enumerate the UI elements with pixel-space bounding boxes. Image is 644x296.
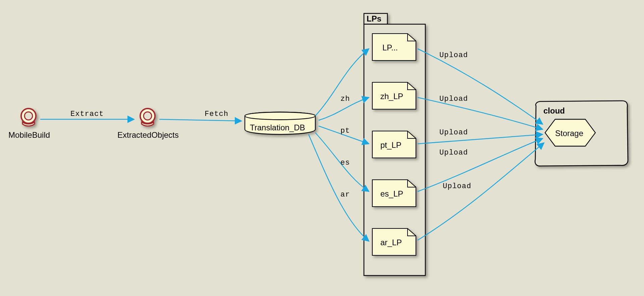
edge-fetch-label: Fetch	[205, 110, 228, 118]
mobile-build-label: MobileBuild	[8, 130, 50, 139]
edge-upload1-label: Upload	[439, 95, 468, 103]
ring-icon	[140, 109, 155, 126]
arrow-line	[159, 119, 241, 121]
edge-fetch: Fetch	[159, 110, 241, 121]
edge-extract: Extract	[40, 110, 134, 119]
edge-db-ar: ar	[309, 134, 369, 241]
ring-icon	[21, 109, 36, 126]
edge-db-zh: zh	[319, 95, 369, 120]
node-zh-lp: zh_LP	[372, 82, 416, 109]
node-translation-db: Translation_DB	[245, 112, 315, 134]
node-lp-default: LP...	[372, 34, 416, 60]
lps-title: LPs	[367, 14, 381, 23]
edge-upload0-label: Upload	[439, 51, 468, 59]
edge-ar-label: ar	[340, 191, 350, 199]
storage-label: Storage	[555, 129, 583, 138]
edge-upload-es: Upload	[418, 138, 543, 192]
edge-es-label: es	[340, 159, 350, 167]
node-ar-lp: ar_LP	[372, 228, 416, 255]
edge-upload2-label: Upload	[439, 128, 468, 137]
edge-db-es: es	[315, 133, 369, 192]
node-es-lp: es_LP	[372, 180, 416, 207]
node-storage: Storage	[545, 119, 595, 146]
edge-upload-ar: Upload	[418, 143, 544, 240]
edge-upload4-label: Upload	[443, 182, 471, 191]
edge-upload-pt: Upload	[418, 128, 543, 144]
container-cloud: cloud Storage	[535, 101, 628, 166]
extracted-objects-label: ExtractedObjects	[117, 130, 179, 139]
edge-db-pt: pt	[319, 126, 369, 144]
edge-upload-lp-default: Upload	[418, 49, 543, 124]
edge-extract-label: Extract	[70, 110, 104, 118]
edge-upload-zh: Upload	[418, 95, 543, 129]
edge-upload3-label: Upload	[439, 149, 468, 157]
svg-point-3	[144, 112, 152, 120]
ar-lp-label: ar_LP	[380, 238, 402, 247]
lp-default-label: LP...	[382, 43, 398, 52]
svg-line-5	[418, 134, 543, 144]
node-pt-lp: pt_LP	[372, 131, 416, 158]
edge-db-lp-default	[315, 49, 369, 116]
edge-pt-label: pt	[340, 127, 350, 135]
es-lp-label: es_LP	[380, 189, 403, 198]
edge-zh-label: zh	[340, 95, 350, 103]
cloud-title: cloud	[543, 106, 565, 115]
node-extracted-objects: ExtractedObjects	[117, 109, 179, 139]
translation-db-label: Translation_DB	[250, 123, 305, 132]
node-mobile-build: MobileBuild	[8, 109, 50, 139]
zh-lp-label: zh_LP	[380, 92, 403, 101]
pt-lp-label: pt_LP	[380, 140, 401, 150]
svg-point-1	[24, 112, 33, 120]
